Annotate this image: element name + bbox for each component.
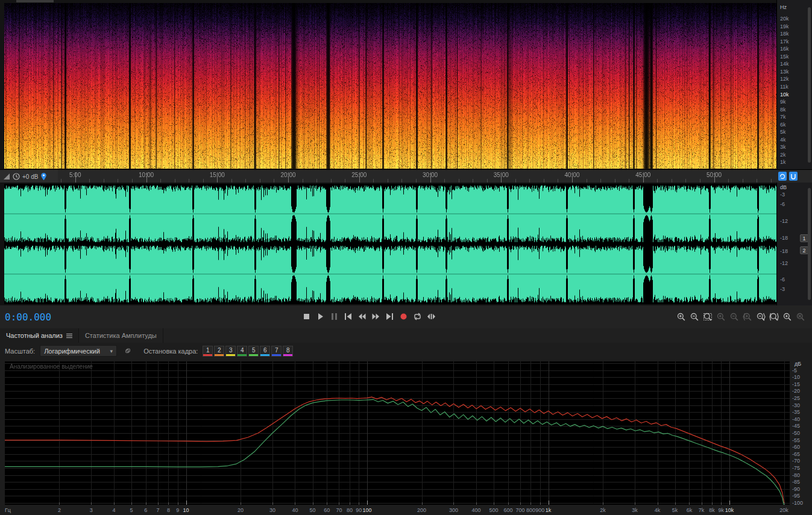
plot-x-tick-label: 90	[356, 507, 362, 513]
freq-axis-label: 6k	[780, 122, 786, 128]
tab-amplitude-statistics[interactable]: Статистика Амплитуды	[79, 328, 163, 343]
plot-x-tick-label: 1k	[546, 507, 552, 513]
plot-y-tick-label: -45	[792, 423, 809, 429]
analysis-controls: Масштаб: Логарифмический ▾ Остановка кад…	[0, 343, 812, 359]
timeline-hud: +0 dB	[0, 170, 58, 183]
spectrogram-display[interactable]	[4, 3, 776, 169]
channel-button-2[interactable]: 2	[800, 246, 808, 254]
fast-forward-icon[interactable]	[370, 311, 382, 322]
scale-dropdown[interactable]: Логарифмический ▾	[40, 345, 117, 357]
timeline-tick-label: 50:00	[707, 172, 722, 178]
timeline-ruler[interactable]: +0 dB 5:0010:0015:0020:0025:0030:0035:00…	[0, 169, 812, 184]
waveform-scrollbar[interactable]	[808, 188, 811, 300]
timeline-tick-label: 30:00	[423, 172, 438, 178]
pause-icon[interactable]	[328, 311, 340, 322]
plot-y-tick-label: -65	[792, 451, 809, 457]
pin-icon[interactable]	[40, 172, 47, 181]
plot-x-tick-label: 4k	[655, 507, 661, 513]
freq-axis-label: 19k	[780, 23, 789, 30]
zoom-out-icon[interactable]	[688, 311, 700, 322]
amplitude-axis: dB -3-6-12-18-18-12-6-312	[776, 183, 812, 305]
plot-x-tick-label: 9	[176, 507, 179, 513]
plot-x-tick-label: 7k	[699, 507, 705, 513]
shuttle-icon[interactable]	[425, 311, 437, 322]
skip-forward-icon[interactable]	[383, 311, 395, 322]
plot-x-tick-label: 4	[112, 507, 115, 513]
zoom-in-icon[interactable]	[675, 311, 687, 322]
hold-button-4[interactable]: 4	[237, 346, 247, 357]
plot-y-tick-label: -60	[792, 444, 809, 450]
transport-buttons	[300, 311, 437, 322]
zoom-buttons	[675, 311, 806, 322]
zoom-selection-icon[interactable]	[702, 311, 713, 322]
skip-back-icon[interactable]	[342, 311, 354, 322]
gain-readout[interactable]: +0 dB	[22, 173, 38, 180]
plot-x-tick-label: 3k	[632, 507, 638, 513]
hold-button-1[interactable]: 1	[203, 346, 213, 357]
plot-x-tick-label: 8	[167, 507, 170, 513]
level-scale-icon[interactable]	[3, 173, 10, 180]
plot-x-tick-label: 700	[516, 507, 525, 513]
channel-button-1[interactable]: 1	[800, 234, 808, 242]
time-display[interactable]: 0:00.000	[5, 311, 51, 323]
clock-icon[interactable]	[13, 173, 20, 180]
plot-x-tick-label: 60	[324, 507, 330, 513]
stop-icon[interactable]	[300, 311, 312, 322]
plot-y-tick-label: -100	[792, 500, 809, 506]
plot-x-tick-label: 2k	[600, 507, 606, 513]
auto-scroll-toggle-icon[interactable]	[778, 172, 787, 181]
plot-x-tick-label: 5	[130, 507, 133, 513]
zoom-to-selection-icon[interactable]	[768, 311, 779, 322]
frequency-analysis-plot[interactable]	[5, 361, 790, 505]
copy-graph-button[interactable]	[122, 345, 134, 357]
hold-button-label: 5	[252, 347, 256, 354]
reset-zoom-icon[interactable]	[795, 311, 806, 322]
plot-x-tick-label: 3	[90, 507, 93, 513]
hold-button-2[interactable]: 2	[214, 346, 224, 357]
waveform-display[interactable]	[4, 184, 776, 304]
audio-editor-window: Hz 20k19k18k17k16k15k14k13k12k11k10k9k8k…	[0, 0, 812, 515]
freq-axis-label: 20k	[780, 16, 789, 22]
freq-axis-label: 11k	[780, 84, 788, 90]
zoom-in-point-icon[interactable]	[741, 311, 753, 322]
tab-frequency-analysis[interactable]: Частотный анализ	[0, 328, 79, 343]
plot-x-tick-label: 9k	[719, 507, 725, 513]
hold-button-7[interactable]: 7	[271, 346, 282, 357]
record-icon[interactable]	[397, 311, 409, 322]
plot-y-tick-label: -10	[792, 374, 809, 380]
hold-button-8[interactable]: 8	[283, 346, 293, 357]
plot-x-tick-label: 20k	[779, 507, 788, 513]
spectral-scrollbar[interactable]	[808, 7, 811, 163]
amplitude-axis-label: -6	[780, 201, 785, 207]
plot-x-tick-label: 5k	[672, 507, 678, 513]
hold-button-color-swatch	[272, 354, 281, 356]
freq-axis-label: 16k	[780, 46, 789, 52]
play-icon[interactable]	[314, 311, 326, 322]
freq-axis-label: 17k	[780, 39, 789, 45]
amplitude-axis-label: -12	[780, 260, 788, 266]
zoom-out-amplitude-icon[interactable]	[728, 311, 740, 322]
scale-dropdown-value: Логарифмический	[44, 348, 100, 355]
amplitude-axis-label: -18	[780, 235, 788, 241]
frequency-analysis-panel: Анализированное выделение дБ Гц 23456789…	[0, 359, 812, 515]
hold-button-5[interactable]: 5	[248, 346, 259, 357]
zoom-out-point-icon[interactable]	[755, 311, 766, 322]
hold-button-6[interactable]: 6	[260, 346, 270, 357]
timeline-tick-label: 15:00	[210, 172, 225, 178]
hold-button-3[interactable]: 3	[225, 346, 236, 357]
zoom-full-icon[interactable]	[781, 311, 793, 322]
scale-label: Масштаб:	[5, 348, 35, 355]
plot-x-tick-label: 100	[363, 507, 372, 513]
hold-button-color-swatch	[215, 354, 224, 356]
plot-y-axis-title: дБ	[795, 361, 801, 367]
plot-x-tick-label: 30	[269, 507, 275, 513]
freq-axis-label: 5k	[780, 129, 786, 135]
snap-toggle-icon[interactable]	[789, 172, 798, 181]
rewind-icon[interactable]	[356, 311, 368, 322]
panel-menu-icon[interactable]	[66, 333, 72, 339]
frequency-axis: Hz 20k19k18k17k16k15k14k13k12k11k10k9k8k…	[776, 0, 812, 169]
chevron-down-icon: ▾	[110, 348, 113, 354]
zoom-in-amplitude-icon[interactable]	[715, 311, 726, 322]
plot-y-tick-label: -75	[792, 465, 809, 471]
loop-icon[interactable]	[411, 311, 423, 322]
